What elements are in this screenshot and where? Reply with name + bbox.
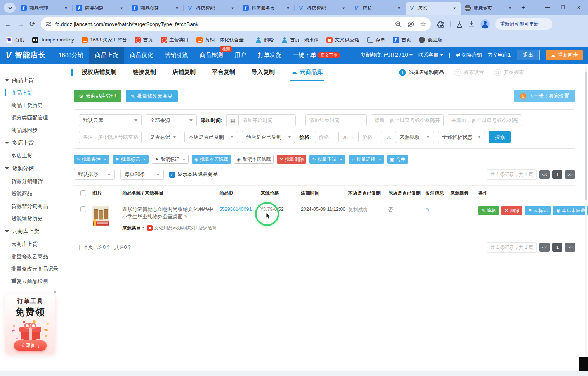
next-page-button[interactable]: >> xyxy=(565,243,575,252)
cancel-mark-button[interactable]: ⚑取消标记 xyxy=(152,155,189,164)
delete-button[interactable]: ✕删除 xyxy=(501,206,522,215)
batch-hide-button[interactable]: ◉批量本店隐藏 xyxy=(192,155,231,164)
edit-note-icon[interactable]: ✎ xyxy=(425,207,430,212)
sync-button[interactable]: ☁重新同步 xyxy=(546,50,583,60)
tab-close-icon[interactable]: × xyxy=(63,5,69,11)
browser-tab[interactable]: 商品创建× xyxy=(128,2,184,15)
search-button[interactable]: 搜索 xyxy=(489,131,511,143)
promo-card[interactable]: 订单工具 免费领 立即参与 xyxy=(5,294,55,354)
sidebar-item-puhuo-lishi[interactable]: 货源铺货历史 xyxy=(0,212,68,225)
prev-page-button[interactable]: << xyxy=(539,170,550,179)
source-id-input[interactable] xyxy=(448,114,522,126)
end-date-input[interactable] xyxy=(305,114,367,126)
promo-join-button[interactable]: 立即参与 xyxy=(14,340,47,351)
url-text[interactable]: fb.dddz.jiancent.com/move/batch/target?c… xyxy=(55,21,392,27)
bookmark[interactable]: 1688-买家工作台 xyxy=(82,37,127,43)
close-button[interactable]: ✕ xyxy=(571,5,586,10)
browser-tab[interactable]: 店长× xyxy=(350,2,406,15)
bookmark[interactable]: 食品店 xyxy=(419,37,442,43)
sidebar-item-fenxiao-puhuo[interactable]: 货源分销铺货 xyxy=(0,175,68,188)
tab-close-icon[interactable]: × xyxy=(174,5,180,11)
sidebar-group-huoyuan-fenxiao[interactable]: 货源分销 xyxy=(0,162,68,175)
tab-dianpu-fuzhi[interactable]: 店铺复制 xyxy=(164,64,204,81)
row-checkbox[interactable] xyxy=(80,206,86,212)
show-hidden-checkbox[interactable]: ✓ xyxy=(169,172,175,178)
edit-button[interactable]: ✎编辑 xyxy=(478,206,499,215)
sidebar-item-huoyuan-shangpin[interactable]: 货源商品 xyxy=(0,188,68,200)
title-input[interactable] xyxy=(371,114,444,126)
batch-retry-button[interactable]: ↻批量重试 xyxy=(309,155,345,164)
source-video-select[interactable]: 来源视频 xyxy=(395,131,434,143)
copy-quota[interactable]: 复制额度: 已用 2 / 10 xyxy=(361,52,412,59)
bookmark[interactable]: 黄铜一体化钛合金... xyxy=(196,37,248,43)
sidebar-group-duodian-shanghuo[interactable]: 多店上货 xyxy=(0,136,68,150)
eye-off-icon[interactable] xyxy=(407,21,415,28)
product-image[interactable] xyxy=(92,206,109,226)
sidebar-item-shangpinyuan-tongbu[interactable]: 商品源同步 xyxy=(0,124,68,136)
price-min-input[interactable] xyxy=(315,131,339,143)
tab-close-icon[interactable]: × xyxy=(285,5,291,11)
bookmark[interactable]: 主营类目 xyxy=(161,37,189,43)
tab-close-icon[interactable]: × xyxy=(118,5,125,11)
sort-order-select[interactable]: 默认排序 xyxy=(74,169,115,180)
flask-icon[interactable] xyxy=(456,21,463,28)
batch-migrate-button[interactable]: ⇄批量迁移 xyxy=(349,155,384,164)
source-select[interactable]: 全部来源 xyxy=(146,114,197,126)
bookmark-star-icon[interactable]: ☆ xyxy=(420,21,426,28)
switch-shop[interactable]: ⇄ 切换店铺 xyxy=(456,52,482,59)
parse-status-select[interactable]: 全部解析状态 xyxy=(438,131,485,143)
nav-item-shangpin-shanghuo[interactable]: 商品上货 xyxy=(89,47,124,64)
sidebar-item-shangpin-shanghuo[interactable]: 商品上货 xyxy=(0,87,68,99)
profile-avatar[interactable] xyxy=(480,19,490,29)
sidebar-item-feifenxiao-shangpin[interactable]: 货源非分销商品 xyxy=(0,200,68,212)
bookmark[interactable]: 韵哈 xyxy=(255,37,274,43)
nav-item-dadan-fahuo[interactable]: 打单发货 xyxy=(252,47,287,64)
page-number-button[interactable]: 1 xyxy=(552,170,562,179)
product-title-wrap[interactable]: 圆形竹笔筒励志创意时尚收纳文化用品中小学生毕业礼物办公室桌面✎ xyxy=(122,206,217,221)
this-shop-copied-select[interactable]: 本店是否已复制 xyxy=(184,131,238,143)
bookmark[interactable]: 首页 - 聚水潭 xyxy=(281,37,319,43)
back-icon[interactable]: ← xyxy=(5,20,12,28)
cancel-hide-button[interactable]: ◉取消本店隐藏 xyxy=(234,155,274,164)
tab-close-icon[interactable]: × xyxy=(229,5,236,11)
scrollbar-thumb[interactable] xyxy=(585,72,587,200)
sidebar-item-duodian-shanghuo[interactable]: 多店上货 xyxy=(0,150,68,162)
sidebar-item-chongfu-jiance[interactable]: 重复云商品检测 xyxy=(0,275,68,288)
merge-button[interactable]: ▣合并 xyxy=(387,155,408,164)
warehouse-select[interactable]: 默认云库 xyxy=(79,114,142,126)
browser-tab[interactable]: 抖店服务市× xyxy=(239,2,295,15)
other-shop-copied-select[interactable]: 他店是否已复制 xyxy=(242,131,295,143)
tab-lianjie-fuzhi[interactable]: 链接复制 xyxy=(125,64,164,81)
sidebar-item-shanghuo-lishi[interactable]: 商品上货历史 xyxy=(0,99,68,112)
browser-tab[interactable]: 商品创建× xyxy=(73,2,128,15)
marked-select[interactable]: 是否标记 xyxy=(146,131,180,143)
tab-close-icon[interactable]: × xyxy=(507,5,513,11)
address-bar[interactable]: fb.dddz.jiancent.com/move/batch/target?c… xyxy=(41,17,431,31)
page-scrollbar[interactable] xyxy=(585,66,587,357)
browser-tab-active[interactable]: 店长× xyxy=(406,2,461,15)
extensions-icon[interactable] xyxy=(437,21,444,28)
bookmark[interactable]: 首页 xyxy=(393,37,411,43)
edit-title-icon[interactable]: ✎ xyxy=(184,214,188,219)
tab-pingtai-fuzhi[interactable]: 平台复制 xyxy=(204,64,243,81)
price-max-input[interactable] xyxy=(358,131,382,143)
bookmark[interactable]: 文兴供应链 xyxy=(326,37,359,43)
product-id-link[interactable]: 552956140091 xyxy=(219,206,260,212)
nav-item-shangpin-youhua[interactable]: 商品优化 xyxy=(124,47,159,64)
site-info-icon[interactable] xyxy=(45,21,52,27)
batch-delete-button[interactable]: ✕批量删除 xyxy=(277,155,306,164)
tab-search-button[interactable] xyxy=(4,3,16,13)
browser-tab[interactable]: 抖店智能× xyxy=(295,2,350,15)
bookmark-folder[interactable]: 存单 xyxy=(367,37,385,43)
new-tab-button[interactable]: + xyxy=(518,3,528,13)
reload-icon[interactable]: ⟳ xyxy=(29,20,35,28)
sidebar-group-yunshangku[interactable]: 云商库上货 xyxy=(0,225,68,238)
update-button[interactable]: 重新启动即可更新 ⋮ xyxy=(495,18,552,30)
bookmark[interactable]: 首页 xyxy=(135,37,153,43)
nav-item-1688fenxiao[interactable]: 1688分销 xyxy=(53,47,89,64)
next-page-button[interactable]: >> xyxy=(565,170,575,179)
batch-note-button[interactable]: ✎批量备注 xyxy=(74,155,109,164)
unmarked-button[interactable]: ⚑未标记 xyxy=(525,206,551,215)
page-number-button[interactable]: 1 xyxy=(552,243,562,252)
sidebar-group-shangpin-shanghuo[interactable]: 商品上货 xyxy=(0,74,68,87)
